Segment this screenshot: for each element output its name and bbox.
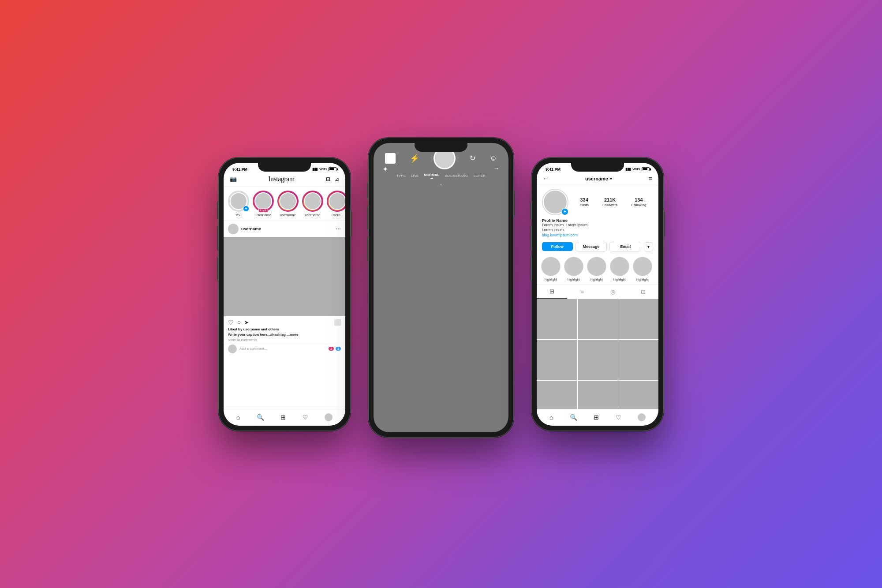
stat-followers[interactable]: 211K Followers: [602, 197, 617, 207]
story-2[interactable]: username: [277, 191, 299, 217]
comment-input[interactable]: Add a comment...: [239, 347, 326, 351]
view-comments[interactable]: View all comments: [224, 337, 345, 343]
camera-flip-icon[interactable]: ↻: [470, 154, 475, 162]
comment-badge: 1: [336, 347, 341, 351]
bottom-nav-feed: ⌂ 🔍 ⊞ ♡: [224, 409, 345, 426]
post-more-icon[interactable]: ⋯: [336, 226, 341, 232]
post-user-info[interactable]: username: [228, 224, 261, 234]
highlight-4[interactable]: highlight: [610, 257, 629, 281]
camera-flash-icon[interactable]: ⚡: [410, 154, 419, 163]
profile-nav-add-icon[interactable]: ⊞: [594, 414, 599, 421]
camera-mode-super[interactable]: SUPER: [473, 174, 486, 178]
tab-tag[interactable]: ⊡: [628, 285, 658, 299]
hamburger-menu-icon[interactable]: ≡: [649, 175, 652, 182]
story-live[interactable]: LIVE username: [253, 191, 274, 217]
story-3-label: username: [305, 213, 321, 217]
profile-add-button[interactable]: +: [561, 208, 568, 215]
profile-nav-avatar[interactable]: [638, 413, 646, 421]
profile-username-header: username ▾: [585, 176, 612, 181]
phones-container: 9:41 PM ▮▮▮ WiFi 📷 Instagram ⊡ ⊿: [218, 124, 664, 464]
story-4[interactable]: usern...: [327, 191, 345, 217]
share-icon[interactable]: ➤: [244, 319, 249, 326]
posts-grid: [537, 299, 658, 421]
camera-mode-boomerang[interactable]: BOOMERANG: [445, 174, 468, 178]
nav-heart-icon[interactable]: ♡: [303, 414, 308, 421]
grid-cell-4[interactable]: [537, 340, 577, 380]
like-count: 2: [330, 347, 332, 350]
post-actions: ♡ ○ ➤ ⬜: [224, 316, 345, 327]
back-button[interactable]: ←: [543, 175, 549, 182]
battery-icon: [329, 167, 336, 171]
grid-cell-5[interactable]: [578, 340, 618, 380]
profile-nav-search-icon[interactable]: 🔍: [570, 414, 577, 421]
volume-up-button: [217, 202, 218, 219]
profile-screen: 9:41 PM ▮▮▮ WiFi ← username ▾ ≡: [537, 163, 658, 426]
profile-top-section: + 334 Posts 211K Followers 134 Following: [537, 185, 658, 217]
view-comments-text: View all comments: [228, 338, 258, 342]
tab-grid[interactable]: ⊞: [537, 285, 567, 299]
comment-count: 1: [337, 347, 339, 350]
save-icon[interactable]: ⬜: [334, 319, 341, 326]
story-live-avatar: [254, 192, 272, 210]
liked-by-text: Liked by username and others: [228, 327, 279, 331]
message-button[interactable]: Message: [576, 242, 607, 251]
tab-list[interactable]: ≡: [567, 285, 598, 299]
stat-following[interactable]: 134 Following: [632, 197, 647, 207]
story-3[interactable]: username: [302, 191, 323, 217]
camera-mode-normal-wrap: NORMAL: [424, 173, 439, 179]
profile-bio-line1: Lorem ipsum. Lorem ipsum.: [542, 223, 653, 228]
camera-settings-icon[interactable]: ✦: [382, 165, 388, 173]
filter-icon[interactable]: ⊿: [335, 176, 339, 182]
highlight-4-label: highlight: [613, 277, 626, 281]
grid-cell-2[interactable]: [578, 299, 618, 339]
nav-profile-avatar[interactable]: [325, 413, 333, 421]
profile-website-link[interactable]: blog.loremipsum.com: [542, 233, 653, 237]
like-icon[interactable]: ♡: [228, 319, 234, 326]
post-left-actions: ♡ ○ ➤: [228, 319, 249, 326]
camera-gallery-thumbnail[interactable]: [385, 153, 396, 164]
status-bar-profile: 9:41 PM ▮▮▮ WiFi: [537, 163, 658, 173]
profile-nav-home-icon[interactable]: ⌂: [549, 414, 553, 421]
highlight-5-label: highlight: [636, 277, 649, 281]
camera-mode-live[interactable]: LIVE: [411, 174, 419, 178]
post-caption: Write your caption here...#hashtag ...mo…: [224, 332, 345, 337]
highlight-2[interactable]: highlight: [564, 257, 583, 281]
nav-home-icon[interactable]: ⌂: [236, 414, 240, 421]
posts-count: 334: [580, 197, 588, 202]
volume-down-button: [217, 226, 218, 250]
grid-cell-1[interactable]: [537, 299, 577, 339]
camera-header-icon[interactable]: 📷: [230, 176, 237, 182]
camera-mode-normal[interactable]: NORMAL: [424, 173, 439, 177]
nav-search-icon[interactable]: 🔍: [257, 414, 264, 421]
signal-icon: ▮▮▮: [312, 167, 318, 171]
profile-nav-heart-icon[interactable]: ♡: [616, 414, 621, 421]
mode-indicator: [430, 178, 433, 179]
add-story-button[interactable]: +: [243, 206, 249, 212]
liked-by: Liked by username and others: [224, 327, 345, 332]
grid-cell-3[interactable]: [618, 299, 658, 339]
highlight-1-circle: [541, 257, 561, 276]
highlight-5[interactable]: highlight: [633, 257, 652, 281]
more-options-button[interactable]: ▾: [644, 242, 653, 251]
direct-icon[interactable]: ⊡: [326, 176, 330, 182]
story-4-ring: [327, 191, 345, 212]
story-you[interactable]: + You: [228, 191, 249, 217]
follow-button[interactable]: Follow: [542, 242, 573, 251]
comment-icon[interactable]: ○: [237, 319, 241, 326]
nav-add-icon[interactable]: ⊞: [280, 414, 286, 421]
stat-posts: 334 Posts: [580, 197, 589, 207]
camera-mode-type[interactable]: TYPE: [396, 174, 406, 178]
grid-cell-6[interactable]: [618, 340, 658, 380]
highlight-2-label: highlight: [568, 277, 580, 281]
camera-filter-icon[interactable]: ☺: [490, 154, 497, 162]
tab-location[interactable]: ◎: [598, 285, 628, 299]
comment-badges: 2 1: [329, 347, 341, 351]
commenter-avatar: [228, 345, 237, 353]
camera-direction-icon[interactable]: →: [493, 165, 500, 173]
status-icons: ▮▮▮ WiFi: [312, 167, 336, 171]
status-time: 9:41 PM: [232, 167, 247, 172]
email-button[interactable]: Email: [609, 242, 641, 251]
highlight-1[interactable]: highlight: [541, 257, 561, 281]
username-chevron-icon[interactable]: ▾: [610, 176, 612, 181]
highlight-3[interactable]: highlight: [587, 257, 606, 281]
